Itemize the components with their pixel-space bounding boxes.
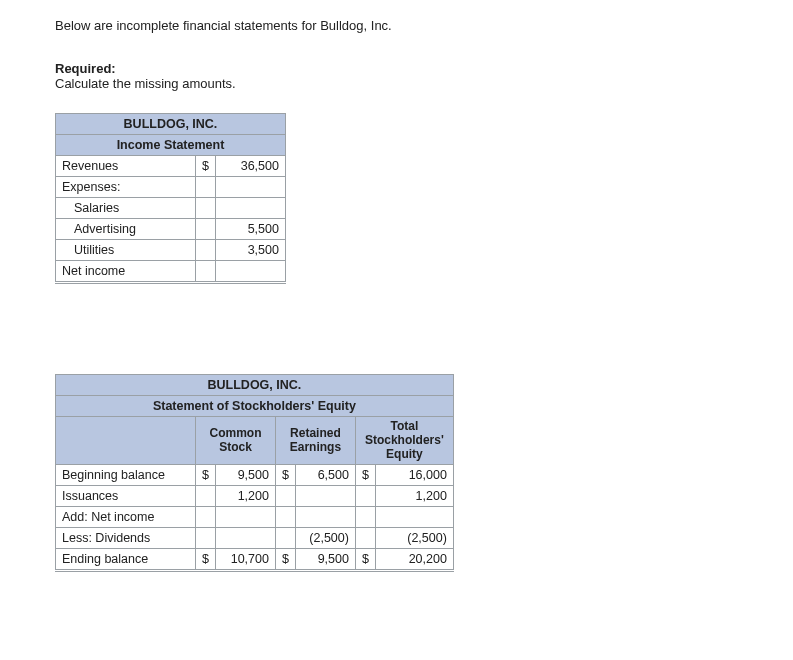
row-netincome-currency bbox=[196, 261, 216, 283]
row-addni-tot-input[interactable] bbox=[375, 507, 453, 528]
row-netincome-label: Net income bbox=[56, 261, 196, 283]
row-iss-cs: 1,200 bbox=[215, 486, 275, 507]
row-iss-tot: 1,200 bbox=[375, 486, 453, 507]
row-end-re: 9,500 bbox=[295, 549, 355, 571]
t2-company: BULLDOG, INC. bbox=[56, 375, 454, 396]
row-beg-tot: 16,000 bbox=[375, 465, 453, 486]
row-advertising-value: 5,500 bbox=[215, 219, 285, 240]
row-beg-label: Beginning balance bbox=[56, 465, 196, 486]
row-end-cs-cur: $ bbox=[196, 549, 216, 571]
t2-col-total: Total Stockholders' Equity bbox=[355, 417, 453, 465]
row-end-cs: 10,700 bbox=[215, 549, 275, 571]
row-div-tot: (2,500) bbox=[375, 528, 453, 549]
income-statement-table: BULLDOG, INC. Income Statement Revenues … bbox=[55, 113, 286, 284]
row-div-label: Less: Dividends bbox=[56, 528, 196, 549]
row-netincome-input[interactable] bbox=[215, 261, 285, 283]
required-text: Calculate the missing amounts. bbox=[55, 76, 793, 91]
row-advertising-currency bbox=[196, 219, 216, 240]
row-utilities-label: Utilities bbox=[56, 240, 196, 261]
row-beg-re-cur: $ bbox=[275, 465, 295, 486]
row-expenses-currency bbox=[196, 177, 216, 198]
row-revenues-value: 36,500 bbox=[215, 156, 285, 177]
row-end-re-cur: $ bbox=[275, 549, 295, 571]
row-utilities-value: 3,500 bbox=[215, 240, 285, 261]
t2-title: Statement of Stockholders' Equity bbox=[56, 396, 454, 417]
row-div-cs bbox=[215, 528, 275, 549]
t2-col-common: Common Stock bbox=[196, 417, 276, 465]
row-addni-label: Add: Net income bbox=[56, 507, 196, 528]
t2-col-retained: Retained Earnings bbox=[275, 417, 355, 465]
row-salaries-currency bbox=[196, 198, 216, 219]
row-addni-cs bbox=[215, 507, 275, 528]
row-utilities-currency bbox=[196, 240, 216, 261]
row-salaries-input[interactable] bbox=[215, 198, 285, 219]
row-advertising-label: Advertising bbox=[56, 219, 196, 240]
row-revenues-label: Revenues bbox=[56, 156, 196, 177]
stockholders-equity-table: BULLDOG, INC. Statement of Stockholders'… bbox=[55, 374, 454, 572]
required-label: Required: bbox=[55, 61, 793, 76]
t2-blank-hdr bbox=[56, 417, 196, 465]
row-expenses-label: Expenses: bbox=[56, 177, 196, 198]
row-beg-cs: 9,500 bbox=[215, 465, 275, 486]
row-div-re: (2,500) bbox=[295, 528, 355, 549]
t1-company: BULLDOG, INC. bbox=[56, 114, 286, 135]
row-salaries-label: Salaries bbox=[56, 198, 196, 219]
intro-text: Below are incomplete financial statement… bbox=[55, 18, 793, 33]
row-iss-label: Issuances bbox=[56, 486, 196, 507]
row-addni-re-input[interactable] bbox=[295, 507, 355, 528]
row-beg-tot-cur: $ bbox=[355, 465, 375, 486]
row-expenses-value bbox=[215, 177, 285, 198]
row-beg-re: 6,500 bbox=[295, 465, 355, 486]
row-revenues-currency: $ bbox=[196, 156, 216, 177]
row-end-label: Ending balance bbox=[56, 549, 196, 571]
row-end-tot-cur: $ bbox=[355, 549, 375, 571]
row-beg-cs-cur: $ bbox=[196, 465, 216, 486]
row-iss-re bbox=[295, 486, 355, 507]
t1-title: Income Statement bbox=[56, 135, 286, 156]
row-end-tot: 20,200 bbox=[375, 549, 453, 571]
